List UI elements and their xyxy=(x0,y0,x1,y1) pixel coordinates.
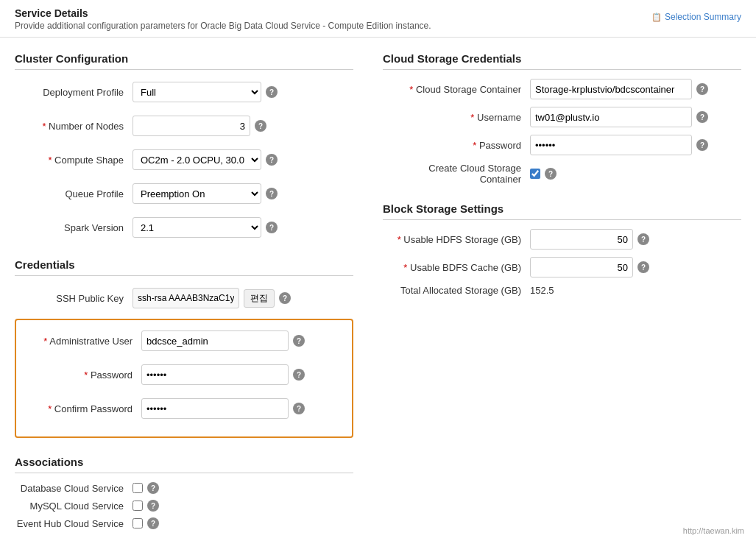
db-cloud-service-label: Database Cloud Service xyxy=(15,483,133,494)
footer-url: http://taewan.kim xyxy=(683,526,744,535)
create-container-help-icon[interactable]: ? xyxy=(545,168,557,180)
summary-icon: 📋 xyxy=(651,13,662,22)
total-storage-value: 152.5 xyxy=(530,285,554,296)
cloud-username-help-icon[interactable]: ? xyxy=(696,111,708,123)
compute-shape-help-icon[interactable]: ? xyxy=(266,154,278,166)
right-column: Cloud Storage Credentials Cloud Storage … xyxy=(383,52,741,541)
event-hub-service-control: ? xyxy=(133,517,159,529)
confirm-password-label: Confirm Password xyxy=(24,403,141,414)
mysql-cloud-service-checkbox[interactable] xyxy=(133,501,143,511)
deployment-profile-label: Deployment Profile xyxy=(15,87,133,98)
cloud-container-help-icon[interactable]: ? xyxy=(696,83,708,95)
ssh-edit-button[interactable]: 편집 xyxy=(244,289,275,308)
bdfs-cache-help-icon[interactable]: ? xyxy=(637,261,649,273)
cloud-username-input[interactable] xyxy=(530,107,692,127)
page-title: Service Details xyxy=(15,7,431,19)
admin-user-control: ? xyxy=(141,330,345,351)
event-hub-service-help-icon[interactable]: ? xyxy=(147,517,159,529)
mysql-cloud-service-control: ? xyxy=(133,500,159,512)
hdfs-storage-help-icon[interactable]: ? xyxy=(637,233,649,245)
number-of-nodes-help-icon[interactable]: ? xyxy=(255,120,266,132)
db-cloud-service-checkbox[interactable] xyxy=(133,483,143,493)
cluster-config-section: Cluster Configuration Deployment Profile… xyxy=(15,52,353,241)
queue-profile-row: Queue Profile Preemption On Preemption O… xyxy=(15,180,353,207)
cred-password-label: Password xyxy=(24,369,141,381)
mysql-cloud-service-label: MySQL Cloud Service xyxy=(15,501,133,512)
event-hub-service-label: Event Hub Cloud Service xyxy=(15,518,133,529)
total-storage-control: 152.5 xyxy=(530,285,554,296)
footer: http://taewan.kim xyxy=(683,526,744,535)
bdfs-cache-input[interactable] xyxy=(530,257,633,277)
number-of-nodes-input[interactable] xyxy=(133,116,250,136)
db-cloud-service-help-icon[interactable]: ? xyxy=(147,482,159,494)
db-cloud-service-control: ? xyxy=(133,482,159,494)
associations-title: Associations xyxy=(15,456,353,473)
cloud-username-control: ? xyxy=(530,107,708,127)
cloud-container-label: Cloud Storage Container xyxy=(383,84,530,95)
confirm-password-input[interactable] xyxy=(141,398,289,419)
event-hub-service-checkbox[interactable] xyxy=(133,518,143,528)
ssh-key-input[interactable] xyxy=(133,288,239,308)
spark-version-control: 2.1 2.0 1.6 ? xyxy=(133,217,353,238)
cloud-storage-title: Cloud Storage Credentials xyxy=(383,52,741,70)
cloud-username-label: Username xyxy=(383,112,530,123)
create-container-checkbox[interactable] xyxy=(530,169,540,179)
selection-summary-label: Selection Summary xyxy=(665,12,741,22)
deployment-profile-help-icon[interactable]: ? xyxy=(266,86,278,98)
hdfs-storage-label: Usable HDFS Storage (GB) xyxy=(383,234,530,245)
hdfs-storage-input[interactable] xyxy=(530,229,633,250)
mysql-cloud-service-help-icon[interactable]: ? xyxy=(147,500,159,512)
block-storage-title: Block Storage Settings xyxy=(383,202,741,220)
admin-user-row: Administrative User ? xyxy=(24,328,345,354)
bdfs-cache-control: ? xyxy=(530,257,649,277)
credentials-title: Credentials xyxy=(15,258,353,276)
deployment-profile-select[interactable]: Full Basic Minimal xyxy=(133,82,261,102)
confirm-password-control: ? xyxy=(141,398,345,419)
create-container-label: Create Cloud StorageContainer xyxy=(383,163,530,185)
selection-summary-button[interactable]: 📋 Selection Summary xyxy=(651,12,741,22)
queue-profile-select[interactable]: Preemption On Preemption Off xyxy=(133,183,261,204)
hdfs-storage-row: Usable HDFS Storage (GB) ? xyxy=(383,229,741,250)
queue-profile-help-icon[interactable]: ? xyxy=(266,188,278,199)
bdfs-cache-row: Usable BDFS Cache (GB) ? xyxy=(383,257,741,277)
total-storage-label: Total Allocated Storage (GB) xyxy=(383,285,530,296)
compute-shape-select[interactable]: OC2m - 2.0 OCPU, 30.0GB R... xyxy=(133,149,261,170)
cloud-password-control: ? xyxy=(530,135,708,155)
cred-password-input[interactable] xyxy=(141,364,289,385)
bdfs-cache-label: Usable BDFS Cache (GB) xyxy=(383,262,530,273)
cloud-storage-section: Cloud Storage Credentials Cloud Storage … xyxy=(383,52,741,185)
confirm-password-row: Confirm Password ? xyxy=(24,395,345,422)
mysql-cloud-service-row: MySQL Cloud Service ? xyxy=(15,500,353,512)
cred-password-help-icon[interactable]: ? xyxy=(293,369,305,381)
queue-profile-label: Queue Profile xyxy=(15,188,133,199)
admin-user-input[interactable] xyxy=(141,330,289,351)
cloud-container-input[interactable] xyxy=(530,79,692,99)
cloud-password-label: Password xyxy=(383,140,530,151)
cloud-password-help-icon[interactable]: ? xyxy=(696,139,708,151)
credentials-box: Administrative User ? Password ? xyxy=(15,319,353,438)
confirm-password-help-icon[interactable]: ? xyxy=(293,403,305,414)
main-content: Cluster Configuration Deployment Profile… xyxy=(0,38,756,541)
header-text: Service Details Provide additional confi… xyxy=(15,7,431,31)
block-storage-section: Block Storage Settings Usable HDFS Stora… xyxy=(383,202,741,296)
spark-version-row: Spark Version 2.1 2.0 1.6 ? xyxy=(15,214,353,241)
spark-version-select[interactable]: 2.1 2.0 1.6 xyxy=(133,217,261,238)
page-header: Service Details Provide additional confi… xyxy=(0,0,756,38)
left-column: Cluster Configuration Deployment Profile… xyxy=(15,52,353,541)
number-of-nodes-label: Number of Nodes xyxy=(15,121,133,132)
page-subtitle: Provide additional configuration paramet… xyxy=(15,21,431,31)
spark-version-help-icon[interactable]: ? xyxy=(266,222,278,233)
create-container-checkbox-row: ? xyxy=(530,168,557,180)
queue-profile-control: Preemption On Preemption Off ? xyxy=(133,183,353,204)
total-storage-row: Total Allocated Storage (GB) 152.5 xyxy=(383,285,741,296)
cloud-password-input[interactable] xyxy=(530,135,692,155)
cloud-username-row: Username ? xyxy=(383,107,741,127)
db-cloud-service-row: Database Cloud Service ? xyxy=(15,482,353,494)
cloud-container-row: Cloud Storage Container ? xyxy=(383,79,741,99)
ssh-help-icon[interactable]: ? xyxy=(279,292,291,304)
number-of-nodes-control: ? xyxy=(133,116,353,136)
cred-password-row: Password ? xyxy=(24,361,345,388)
admin-user-help-icon[interactable]: ? xyxy=(293,335,305,347)
cluster-config-title: Cluster Configuration xyxy=(15,52,353,70)
ssh-key-label: SSH Public Key xyxy=(15,293,133,304)
